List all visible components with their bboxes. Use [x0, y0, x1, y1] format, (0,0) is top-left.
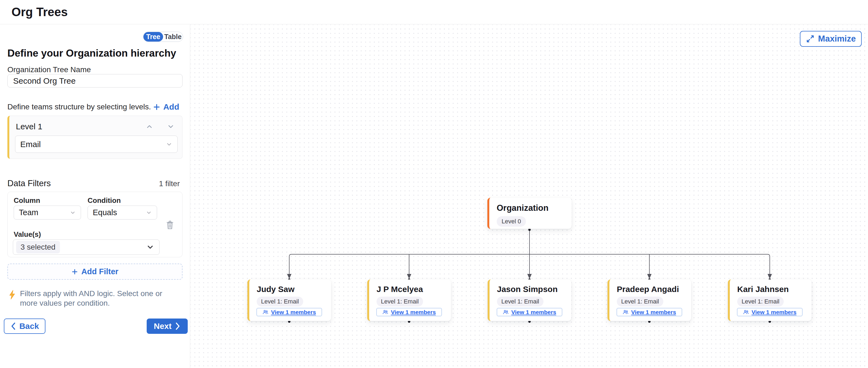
values-label: Value(s): [14, 230, 41, 239]
level-column-select[interactable]: Email: [15, 136, 178, 153]
column-value: Team: [19, 208, 38, 217]
node-name: Kari Jahnsen: [737, 285, 812, 294]
condition-value: Equals: [93, 208, 117, 217]
level-title: Level 1: [16, 122, 42, 131]
chevron-down-icon: [70, 210, 76, 216]
org-node-child[interactable]: Kari Jahnsen Level 1: Email View 1 membe…: [728, 279, 812, 321]
org-node-child[interactable]: Pradeep Angadi Level 1: Email View 1 mem…: [608, 279, 691, 321]
levels-caption: Define teams structure by selecting leve…: [7, 103, 151, 111]
members-icon: [743, 309, 749, 315]
delete-filter-button[interactable]: [165, 219, 175, 230]
column-label: Column: [14, 196, 40, 205]
org-node-child[interactable]: Jason Simpson Level 1: Email View 1 memb…: [488, 279, 571, 321]
members-icon: [262, 309, 269, 315]
condition-label: Condition: [88, 196, 121, 205]
view-members-button[interactable]: View 1 members: [617, 308, 682, 316]
plus-icon: [153, 103, 160, 111]
node-level-badge: Level 1: Email: [737, 297, 784, 306]
selected-count-chip: 3 selected: [16, 241, 60, 254]
node-name: Judy Saw: [257, 285, 331, 294]
add-filter-button[interactable]: Add Filter: [7, 264, 183, 280]
next-label: Next: [154, 322, 172, 331]
view-members-label: View 1 members: [511, 309, 556, 315]
sidebar-heading: Define your Organization hierarchy: [7, 47, 176, 59]
node-name: Jason Simpson: [497, 285, 571, 294]
add-filter-label: Add Filter: [81, 267, 118, 276]
node-level-badge: Level 0: [497, 216, 526, 227]
filters-note-text: Filters apply with AND logic. Select one…: [20, 289, 175, 308]
trash-icon: [165, 220, 174, 230]
filter-count: 1 filter: [159, 179, 180, 188]
org-node-root[interactable]: Organization Level 0: [487, 198, 571, 229]
filters-note: Filters apply with AND logic. Select one…: [8, 289, 176, 308]
lightning-icon: [8, 290, 16, 300]
view-members-button[interactable]: View 1 members: [737, 308, 803, 316]
add-level-button[interactable]: Add: [153, 102, 179, 111]
condition-select[interactable]: Equals: [88, 206, 157, 220]
values-multiselect[interactable]: 3 selected: [13, 239, 159, 255]
view-members-button[interactable]: View 1 members: [497, 308, 562, 316]
data-filters-header: Data Filters 1 filter: [7, 178, 180, 188]
view-toggle: Tree Table: [143, 32, 183, 42]
page-title: Org Trees: [11, 5, 68, 19]
view-members-label: View 1 members: [271, 309, 316, 315]
node-name: Organization: [497, 203, 571, 213]
view-members-button[interactable]: View 1 members: [256, 308, 322, 316]
view-toggle-tree[interactable]: Tree: [144, 32, 163, 41]
data-filters-title: Data Filters: [7, 178, 51, 188]
chevron-down-icon[interactable]: [167, 123, 175, 130]
node-level-badge: Level 1: Email: [617, 297, 663, 306]
column-select[interactable]: Team: [14, 206, 81, 220]
view-members-button[interactable]: View 1 members: [376, 308, 442, 316]
plus-icon: [71, 268, 78, 275]
next-button[interactable]: Next: [147, 319, 188, 334]
page-header: Org Trees: [0, 0, 868, 24]
levels-caption-row: Define teams structure by selecting leve…: [7, 102, 179, 111]
members-icon: [623, 309, 628, 315]
tree-name-label: Organization Tree Name: [7, 65, 91, 74]
config-sidebar: Tree Table Define your Organization hier…: [0, 25, 190, 368]
chevron-down-icon: [166, 141, 173, 147]
members-icon: [503, 309, 509, 315]
add-level-label: Add: [163, 102, 179, 111]
view-members-label: View 1 members: [751, 309, 796, 315]
org-node-child[interactable]: Judy Saw Level 1: Email View 1 members: [247, 279, 331, 321]
level-column-value: Email: [20, 140, 41, 149]
level-header: Level 1: [9, 116, 182, 131]
node-level-badge: Level 1: Email: [257, 297, 303, 306]
filter-card: Column Condition Team Equals Value(s) 3 …: [7, 192, 183, 257]
tree-name-input[interactable]: [7, 74, 183, 88]
view-toggle-table[interactable]: Table: [163, 32, 183, 41]
view-members-label: View 1 members: [631, 309, 676, 315]
chevron-up-icon[interactable]: [146, 123, 153, 130]
org-trees-page: Org Trees Tree Table Define your Organiz…: [0, 0, 868, 368]
back-label: Back: [20, 322, 39, 331]
view-members-label: View 1 members: [391, 309, 436, 315]
members-icon: [382, 309, 388, 315]
org-node-child[interactable]: J P Mcelyea Level 1: Email View 1 member…: [367, 279, 451, 321]
level-reorder-controls: [146, 123, 175, 130]
node-level-badge: Level 1: Email: [497, 297, 544, 306]
chevron-left-icon: [10, 322, 16, 330]
chevron-down-icon: [146, 243, 154, 251]
org-tree-canvas[interactable]: Maximize Organization Level 0 Judy Saw L…: [190, 25, 868, 368]
chevron-right-icon: [175, 322, 181, 330]
back-button[interactable]: Back: [4, 319, 45, 334]
level-panel: Level 1 Email: [7, 115, 183, 159]
node-name: Pradeep Angadi: [617, 285, 691, 294]
node-level-badge: Level 1: Email: [376, 297, 423, 306]
node-name: J P Mcelyea: [376, 285, 451, 294]
chevron-down-icon: [146, 210, 152, 216]
